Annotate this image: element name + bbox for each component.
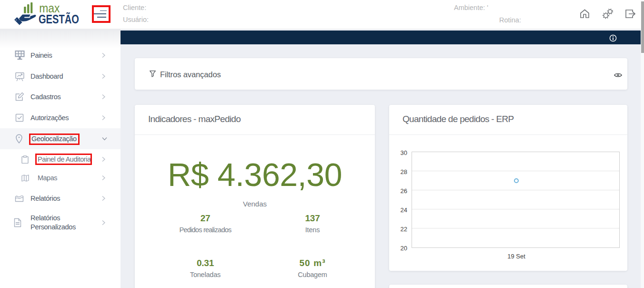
svg-text:24: 24	[401, 206, 407, 214]
svg-text:GESTÃO: GESTÃO	[39, 11, 79, 26]
svg-text:19 Set: 19 Set	[507, 253, 525, 260]
svg-text:28: 28	[401, 168, 407, 175]
svg-text:20: 20	[401, 245, 407, 252]
svg-text:30: 30	[401, 149, 407, 156]
svg-text:22: 22	[401, 226, 407, 233]
svg-text:26: 26	[401, 187, 407, 195]
